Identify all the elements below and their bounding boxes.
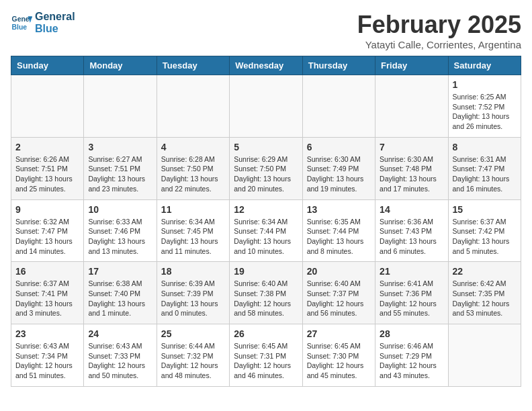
header-saturday: Saturday — [448, 56, 521, 75]
calendar-cell: 21Sunrise: 6:41 AM Sunset: 7:36 PM Dayli… — [375, 262, 448, 324]
day-info: Sunrise: 6:44 AM Sunset: 7:32 PM Dayligh… — [161, 341, 225, 381]
day-info: Sunrise: 6:31 AM Sunset: 7:47 PM Dayligh… — [453, 154, 517, 194]
day-info: Sunrise: 6:40 AM Sunset: 7:37 PM Dayligh… — [307, 279, 371, 318]
title-area: February 2025 Yatayti Calle, Corrientes,… — [357, 11, 521, 50]
day-number: 1 — [453, 79, 517, 90]
day-number: 20 — [307, 266, 371, 277]
header-wednesday: Wednesday — [230, 56, 302, 75]
day-info: Sunrise: 6:25 AM Sunset: 7:52 PM Dayligh… — [453, 92, 517, 132]
day-info: Sunrise: 6:27 AM Sunset: 7:51 PM Dayligh… — [88, 154, 152, 194]
day-info: Sunrise: 6:42 AM Sunset: 7:35 PM Dayligh… — [453, 279, 517, 318]
day-info: Sunrise: 6:26 AM Sunset: 7:51 PM Dayligh… — [15, 154, 79, 194]
calendar-cell: 9Sunrise: 6:32 AM Sunset: 7:47 PM Daylig… — [11, 199, 84, 262]
day-info: Sunrise: 6:36 AM Sunset: 7:43 PM Dayligh… — [380, 217, 443, 257]
day-number: 13 — [307, 204, 371, 215]
calendar-cell — [230, 75, 302, 138]
calendar-cell: 11Sunrise: 6:34 AM Sunset: 7:45 PM Dayli… — [157, 199, 229, 262]
day-info: Sunrise: 6:35 AM Sunset: 7:44 PM Dayligh… — [307, 217, 371, 257]
calendar-cell: 1Sunrise: 6:25 AM Sunset: 7:52 PM Daylig… — [448, 75, 521, 138]
calendar-cell: 19Sunrise: 6:40 AM Sunset: 7:38 PM Dayli… — [230, 262, 302, 324]
calendar-header-row: SundayMondayTuesdayWednesdayThursdayFrid… — [11, 56, 521, 75]
day-info: Sunrise: 6:33 AM Sunset: 7:46 PM Dayligh… — [88, 217, 152, 257]
location-title: Yatayti Calle, Corrientes, Argentina — [357, 39, 521, 50]
day-info: Sunrise: 6:29 AM Sunset: 7:50 PM Dayligh… — [234, 154, 298, 194]
calendar-cell: 26Sunrise: 6:45 AM Sunset: 7:31 PM Dayli… — [230, 324, 302, 387]
calendar-cell: 24Sunrise: 6:43 AM Sunset: 7:33 PM Dayli… — [84, 324, 157, 387]
day-number: 10 — [88, 204, 152, 215]
day-number: 18 — [161, 266, 225, 277]
calendar-cell: 6Sunrise: 6:30 AM Sunset: 7:49 PM Daylig… — [302, 137, 375, 199]
calendar-cell: 18Sunrise: 6:39 AM Sunset: 7:39 PM Dayli… — [157, 262, 229, 324]
calendar-week-row: 16Sunrise: 6:37 AM Sunset: 7:41 PM Dayli… — [11, 262, 521, 324]
day-number: 19 — [234, 266, 298, 277]
day-number: 4 — [161, 142, 225, 152]
logo: General Blue General Blue — [11, 11, 75, 34]
day-info: Sunrise: 6:41 AM Sunset: 7:36 PM Dayligh… — [380, 279, 443, 318]
calendar-cell: 13Sunrise: 6:35 AM Sunset: 7:44 PM Dayli… — [302, 199, 375, 262]
day-number: 25 — [161, 328, 225, 339]
calendar-week-row: 1Sunrise: 6:25 AM Sunset: 7:52 PM Daylig… — [11, 75, 521, 138]
day-number: 8 — [453, 142, 517, 152]
day-info: Sunrise: 6:34 AM Sunset: 7:45 PM Dayligh… — [161, 217, 225, 257]
calendar-week-row: 23Sunrise: 6:43 AM Sunset: 7:34 PM Dayli… — [11, 324, 521, 387]
calendar-cell: 23Sunrise: 6:43 AM Sunset: 7:34 PM Dayli… — [11, 324, 84, 387]
calendar-cell — [84, 75, 157, 138]
calendar-cell: 20Sunrise: 6:40 AM Sunset: 7:37 PM Dayli… — [302, 262, 375, 324]
calendar-cell — [448, 324, 521, 387]
day-number: 26 — [234, 328, 298, 339]
day-info: Sunrise: 6:37 AM Sunset: 7:42 PM Dayligh… — [453, 217, 517, 257]
day-info: Sunrise: 6:38 AM Sunset: 7:40 PM Dayligh… — [88, 279, 152, 318]
header-tuesday: Tuesday — [157, 56, 229, 75]
svg-text:Blue: Blue — [12, 23, 28, 30]
calendar-cell — [11, 75, 84, 138]
calendar-cell: 2Sunrise: 6:26 AM Sunset: 7:51 PM Daylig… — [11, 137, 84, 199]
calendar-cell — [302, 75, 375, 138]
day-number: 2 — [15, 142, 79, 152]
day-number: 11 — [161, 204, 225, 215]
day-number: 14 — [380, 204, 443, 215]
day-number: 23 — [15, 328, 79, 339]
day-number: 24 — [88, 328, 152, 339]
calendar-cell: 10Sunrise: 6:33 AM Sunset: 7:46 PM Dayli… — [84, 199, 157, 262]
day-info: Sunrise: 6:43 AM Sunset: 7:33 PM Dayligh… — [88, 341, 152, 381]
calendar-cell: 14Sunrise: 6:36 AM Sunset: 7:43 PM Dayli… — [375, 199, 448, 262]
calendar-cell: 25Sunrise: 6:44 AM Sunset: 7:32 PM Dayli… — [157, 324, 229, 387]
month-title: February 2025 — [357, 11, 521, 39]
day-info: Sunrise: 6:30 AM Sunset: 7:49 PM Dayligh… — [307, 154, 371, 194]
header-thursday: Thursday — [302, 56, 375, 75]
day-info: Sunrise: 6:28 AM Sunset: 7:50 PM Dayligh… — [161, 154, 225, 194]
header: General Blue General Blue February 2025 … — [11, 11, 521, 50]
calendar-cell: 7Sunrise: 6:30 AM Sunset: 7:48 PM Daylig… — [375, 137, 448, 199]
header-friday: Friday — [375, 56, 448, 75]
header-sunday: Sunday — [11, 56, 84, 75]
day-info: Sunrise: 6:37 AM Sunset: 7:41 PM Dayligh… — [15, 279, 79, 318]
logo-line2: Blue — [35, 23, 75, 35]
day-number: 12 — [234, 204, 298, 215]
calendar-cell: 17Sunrise: 6:38 AM Sunset: 7:40 PM Dayli… — [84, 262, 157, 324]
calendar-cell: 12Sunrise: 6:34 AM Sunset: 7:44 PM Dayli… — [230, 199, 302, 262]
logo-line1: General — [35, 11, 75, 23]
calendar-cell: 22Sunrise: 6:42 AM Sunset: 7:35 PM Dayli… — [448, 262, 521, 324]
day-info: Sunrise: 6:34 AM Sunset: 7:44 PM Dayligh… — [234, 217, 298, 257]
calendar-cell: 5Sunrise: 6:29 AM Sunset: 7:50 PM Daylig… — [230, 137, 302, 199]
day-info: Sunrise: 6:45 AM Sunset: 7:31 PM Dayligh… — [234, 341, 298, 381]
day-info: Sunrise: 6:46 AM Sunset: 7:29 PM Dayligh… — [380, 341, 443, 381]
day-number: 7 — [380, 142, 443, 152]
day-number: 17 — [88, 266, 152, 277]
day-info: Sunrise: 6:45 AM Sunset: 7:30 PM Dayligh… — [307, 341, 371, 381]
day-number: 28 — [380, 328, 443, 339]
header-monday: Monday — [84, 56, 157, 75]
day-info: Sunrise: 6:43 AM Sunset: 7:34 PM Dayligh… — [15, 341, 79, 381]
day-number: 3 — [88, 142, 152, 152]
calendar-cell: 27Sunrise: 6:45 AM Sunset: 7:30 PM Dayli… — [302, 324, 375, 387]
calendar-cell: 8Sunrise: 6:31 AM Sunset: 7:47 PM Daylig… — [448, 137, 521, 199]
calendar: SundayMondayTuesdayWednesdayThursdayFrid… — [11, 56, 521, 387]
calendar-cell — [157, 75, 229, 138]
day-number: 15 — [453, 204, 517, 215]
day-info: Sunrise: 6:32 AM Sunset: 7:47 PM Dayligh… — [15, 217, 79, 257]
day-info: Sunrise: 6:30 AM Sunset: 7:48 PM Dayligh… — [380, 154, 443, 194]
calendar-cell: 4Sunrise: 6:28 AM Sunset: 7:50 PM Daylig… — [157, 137, 229, 199]
day-number: 16 — [15, 266, 79, 277]
calendar-cell: 3Sunrise: 6:27 AM Sunset: 7:51 PM Daylig… — [84, 137, 157, 199]
calendar-cell — [375, 75, 448, 138]
